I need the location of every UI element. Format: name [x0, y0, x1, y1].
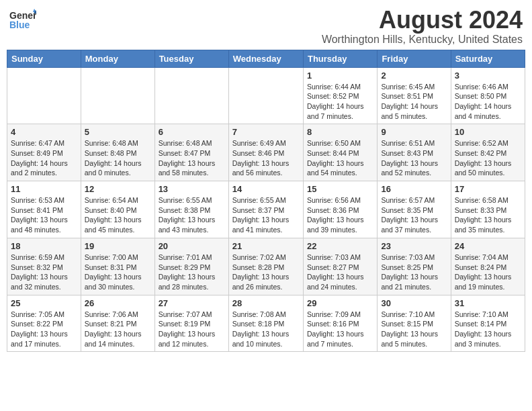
calendar-cell: 11Sunrise: 6:53 AM Sunset: 8:41 PM Dayli…	[7, 181, 81, 238]
day-number: 26	[85, 298, 151, 308]
calendar-week-row: 11Sunrise: 6:53 AM Sunset: 8:41 PM Dayli…	[7, 181, 525, 238]
calendar-cell: 17Sunrise: 6:58 AM Sunset: 8:33 PM Dayli…	[451, 181, 525, 238]
calendar-cell: 19Sunrise: 7:00 AM Sunset: 8:31 PM Dayli…	[81, 238, 154, 295]
day-number: 30	[381, 298, 447, 308]
calendar-cell: 23Sunrise: 7:03 AM Sunset: 8:25 PM Dayli…	[378, 238, 451, 295]
day-info: Sunrise: 6:57 AM Sunset: 8:35 PM Dayligh…	[381, 195, 447, 235]
day-info: Sunrise: 6:44 AM Sunset: 8:52 PM Dayligh…	[307, 82, 373, 122]
day-number: 1	[307, 71, 373, 81]
calendar-cell: 26Sunrise: 7:06 AM Sunset: 8:21 PM Dayli…	[81, 295, 154, 352]
day-number: 28	[232, 298, 300, 308]
calendar-cell: 7Sunrise: 6:49 AM Sunset: 8:46 PM Daylig…	[228, 124, 303, 181]
title-section: August 2024 Worthington Hills, Kentucky,…	[322, 7, 523, 46]
day-number: 3	[455, 71, 521, 81]
day-info: Sunrise: 6:46 AM Sunset: 8:50 PM Dayligh…	[455, 82, 521, 122]
calendar-cell: 21Sunrise: 7:02 AM Sunset: 8:28 PM Dayli…	[228, 238, 303, 295]
day-number: 4	[11, 127, 77, 137]
day-info: Sunrise: 7:10 AM Sunset: 8:15 PM Dayligh…	[381, 310, 447, 349]
logo: General Blue	[9, 7, 36, 36]
day-number: 15	[307, 184, 373, 194]
calendar-cell: 5Sunrise: 6:48 AM Sunset: 8:48 PM Daylig…	[81, 124, 154, 181]
calendar-day-header: Thursday	[303, 50, 377, 67]
day-number: 5	[85, 127, 151, 137]
calendar-cell: 2Sunrise: 6:45 AM Sunset: 8:51 PM Daylig…	[378, 67, 451, 124]
calendar-day-header: Sunday	[7, 50, 81, 67]
calendar-cell: 4Sunrise: 6:47 AM Sunset: 8:49 PM Daylig…	[7, 124, 81, 181]
calendar-cell: 29Sunrise: 7:09 AM Sunset: 8:16 PM Dayli…	[303, 295, 377, 352]
day-number: 21	[232, 241, 300, 251]
calendar-cell: 27Sunrise: 7:07 AM Sunset: 8:19 PM Dayli…	[154, 295, 228, 352]
day-info: Sunrise: 7:10 AM Sunset: 8:14 PM Dayligh…	[455, 310, 521, 349]
day-info: Sunrise: 6:55 AM Sunset: 8:37 PM Dayligh…	[232, 195, 300, 235]
calendar-day-header: Friday	[378, 50, 451, 67]
day-info: Sunrise: 6:59 AM Sunset: 8:32 PM Dayligh…	[11, 253, 77, 292]
svg-text:Blue: Blue	[9, 19, 30, 30]
calendar-cell: 28Sunrise: 7:08 AM Sunset: 8:18 PM Dayli…	[228, 295, 303, 352]
day-number: 22	[307, 241, 373, 251]
calendar-day-header: Tuesday	[154, 50, 228, 67]
calendar-day-header: Saturday	[451, 50, 525, 67]
day-info: Sunrise: 6:52 AM Sunset: 8:42 PM Dayligh…	[455, 138, 521, 178]
day-info: Sunrise: 7:05 AM Sunset: 8:22 PM Dayligh…	[11, 310, 77, 349]
calendar-cell: 24Sunrise: 7:04 AM Sunset: 8:24 PM Dayli…	[451, 238, 525, 295]
calendar-day-header: Wednesday	[228, 50, 303, 67]
calendar-cell: 12Sunrise: 6:54 AM Sunset: 8:40 PM Dayli…	[81, 181, 154, 238]
day-number: 6	[159, 127, 225, 137]
day-number: 14	[232, 184, 300, 194]
day-number: 10	[455, 127, 521, 137]
day-info: Sunrise: 7:06 AM Sunset: 8:21 PM Dayligh…	[85, 310, 151, 349]
day-info: Sunrise: 7:08 AM Sunset: 8:18 PM Dayligh…	[232, 310, 300, 349]
day-info: Sunrise: 7:04 AM Sunset: 8:24 PM Dayligh…	[455, 253, 521, 292]
logo-graphic: General Blue	[9, 7, 36, 36]
day-info: Sunrise: 6:48 AM Sunset: 8:48 PM Dayligh…	[85, 138, 151, 178]
calendar-cell	[154, 67, 228, 124]
day-info: Sunrise: 6:55 AM Sunset: 8:38 PM Dayligh…	[159, 195, 225, 235]
day-number: 29	[307, 298, 373, 308]
day-number: 19	[85, 241, 151, 251]
day-number: 2	[381, 71, 447, 81]
day-info: Sunrise: 7:02 AM Sunset: 8:28 PM Dayligh…	[232, 253, 300, 292]
day-info: Sunrise: 6:51 AM Sunset: 8:43 PM Dayligh…	[381, 138, 447, 178]
day-number: 16	[381, 184, 447, 194]
day-number: 13	[159, 184, 225, 194]
day-info: Sunrise: 6:48 AM Sunset: 8:47 PM Dayligh…	[159, 138, 225, 178]
calendar-cell	[7, 67, 81, 124]
day-number: 27	[159, 298, 225, 308]
calendar-cell: 1Sunrise: 6:44 AM Sunset: 8:52 PM Daylig…	[303, 67, 377, 124]
day-number: 17	[455, 184, 521, 194]
calendar-cell: 22Sunrise: 7:03 AM Sunset: 8:27 PM Dayli…	[303, 238, 377, 295]
calendar-cell: 31Sunrise: 7:10 AM Sunset: 8:14 PM Dayli…	[451, 295, 525, 352]
day-number: 7	[232, 127, 300, 137]
calendar-week-row: 4Sunrise: 6:47 AM Sunset: 8:49 PM Daylig…	[7, 124, 525, 181]
calendar-cell: 8Sunrise: 6:50 AM Sunset: 8:44 PM Daylig…	[303, 124, 377, 181]
day-info: Sunrise: 6:54 AM Sunset: 8:40 PM Dayligh…	[85, 195, 151, 235]
day-info: Sunrise: 6:58 AM Sunset: 8:33 PM Dayligh…	[455, 195, 521, 235]
calendar-cell: 13Sunrise: 6:55 AM Sunset: 8:38 PM Dayli…	[154, 181, 228, 238]
day-number: 8	[307, 127, 373, 137]
main-title: August 2024	[322, 7, 523, 34]
calendar-cell: 25Sunrise: 7:05 AM Sunset: 8:22 PM Dayli…	[7, 295, 81, 352]
subtitle: Worthington Hills, Kentucky, United Stat…	[322, 34, 523, 46]
calendar-cell: 16Sunrise: 6:57 AM Sunset: 8:35 PM Dayli…	[378, 181, 451, 238]
day-info: Sunrise: 7:00 AM Sunset: 8:31 PM Dayligh…	[85, 253, 151, 292]
calendar-cell: 14Sunrise: 6:55 AM Sunset: 8:37 PM Dayli…	[228, 181, 303, 238]
calendar-table: SundayMondayTuesdayWednesdayThursdayFrid…	[7, 50, 525, 353]
calendar-cell: 30Sunrise: 7:10 AM Sunset: 8:15 PM Dayli…	[378, 295, 451, 352]
calendar-header-row: SundayMondayTuesdayWednesdayThursdayFrid…	[7, 50, 525, 67]
day-info: Sunrise: 7:01 AM Sunset: 8:29 PM Dayligh…	[159, 253, 225, 292]
calendar-cell: 15Sunrise: 6:56 AM Sunset: 8:36 PM Dayli…	[303, 181, 377, 238]
day-info: Sunrise: 7:03 AM Sunset: 8:25 PM Dayligh…	[381, 253, 447, 292]
calendar-cell: 10Sunrise: 6:52 AM Sunset: 8:42 PM Dayli…	[451, 124, 525, 181]
day-info: Sunrise: 6:56 AM Sunset: 8:36 PM Dayligh…	[307, 195, 373, 235]
day-info: Sunrise: 7:07 AM Sunset: 8:19 PM Dayligh…	[159, 310, 225, 349]
day-number: 25	[11, 298, 77, 308]
day-info: Sunrise: 6:45 AM Sunset: 8:51 PM Dayligh…	[381, 82, 447, 122]
day-number: 12	[85, 184, 151, 194]
calendar-cell: 9Sunrise: 6:51 AM Sunset: 8:43 PM Daylig…	[378, 124, 451, 181]
day-number: 11	[11, 184, 77, 194]
day-number: 9	[381, 127, 447, 137]
calendar-cell: 3Sunrise: 6:46 AM Sunset: 8:50 PM Daylig…	[451, 67, 525, 124]
page-header: General Blue August 2024 Worthington Hil…	[7, 7, 525, 46]
calendar-cell	[228, 67, 303, 124]
day-info: Sunrise: 7:03 AM Sunset: 8:27 PM Dayligh…	[307, 253, 373, 292]
